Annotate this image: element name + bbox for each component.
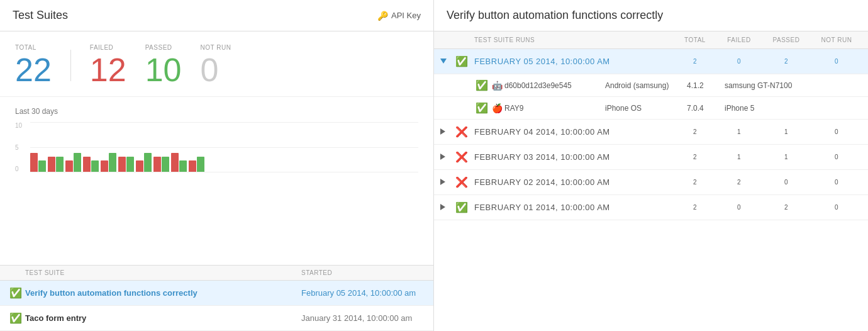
left-header: Test Suites 🔑 API Key <box>0 0 433 31</box>
api-key-button[interactable]: 🔑 API Key <box>377 11 421 21</box>
bar-group-5 <box>118 157 134 172</box>
run-total-1: 2 <box>673 128 717 135</box>
bar-red-6 <box>136 160 143 172</box>
chart-label: Last 30 days <box>15 107 418 116</box>
stat-failed-value: 12 <box>90 53 126 86</box>
run-expand-0[interactable] <box>440 58 455 65</box>
suite-started-link-0[interactable]: February 05 2014, 10:00:00 am <box>301 288 416 298</box>
bar-green-7 <box>162 157 169 172</box>
suite-name-link-0[interactable]: Verify button automation functions corre… <box>25 288 198 298</box>
th-suite-name: TEST SUITE <box>25 269 301 276</box>
chart-section: Last 30 days 10 5 0 <box>0 97 433 265</box>
run-expand-2[interactable] <box>440 154 455 161</box>
bar-red-7 <box>153 157 161 172</box>
triangle-right-icon <box>440 179 445 185</box>
key-icon: 🔑 <box>377 11 388 21</box>
run-name-3[interactable]: February 02 2014, 10:00:00 am <box>474 177 673 187</box>
run-total-4: 2 <box>673 204 717 211</box>
th-icon <box>6 269 25 276</box>
th-started: STARTED <box>301 269 427 276</box>
suite-name-text-1: Taco form entry <box>25 313 86 323</box>
suite-table: TEST SUITE STARTED ✅Verify button automa… <box>0 265 433 331</box>
sub-device-type-icon-0-1: 🍎 <box>489 103 504 113</box>
stat-total: TOTAL 22 <box>15 44 52 86</box>
run-total-2: 2 <box>673 154 717 160</box>
bar-green-1 <box>56 157 64 172</box>
sub-device-id-0-0: d60b0d12d3e9e545 <box>504 81 605 90</box>
run-notrun-4: 0 <box>811 204 862 211</box>
bar-red-2 <box>65 160 73 172</box>
stat-passed-value: 10 <box>145 53 182 86</box>
run-row-4[interactable]: ✅February 01 2014, 10:00:00 am2020 <box>434 195 868 220</box>
suite-row-1[interactable]: ✅Taco form entryJanuary 31 2014, 10:00:0… <box>0 306 433 331</box>
bar-group-9 <box>189 157 204 172</box>
api-key-label: API Key <box>391 11 421 20</box>
bar-green-0 <box>38 160 46 172</box>
bar-red-9 <box>189 160 196 172</box>
suite-table-header: TEST SUITE STARTED <box>0 266 433 281</box>
run-row-0[interactable]: ✅February 05 2014, 10:00:00 am2020 <box>434 49 868 74</box>
sub-status-0-1: ✅ <box>474 102 489 114</box>
stats-row: TOTAL 22 FAILED 12 PASSED 10 NOT RUN 0 <box>0 31 433 97</box>
chart-grid-mid <box>30 147 418 148</box>
right-header: Verify button automation functions corre… <box>434 0 868 31</box>
bar-green-8 <box>179 160 187 172</box>
suite-row-name-1[interactable]: Taco form entry <box>25 313 301 323</box>
run-passed-0: 2 <box>761 58 811 65</box>
run-subrow-0-0: ✅🤖d60b0d12d3e9e545Android (samsung)4.1.2… <box>434 74 868 97</box>
run-name-4[interactable]: February 01 2014, 10:00:00 am <box>474 203 673 212</box>
suite-row-0[interactable]: ✅Verify button automation functions corr… <box>0 281 433 306</box>
run-notrun-1: 0 <box>811 128 862 135</box>
run-fail-icon-2: ❌ <box>455 152 468 162</box>
triangle-right-icon <box>440 128 445 135</box>
page-title: Test Suites <box>13 9 68 22</box>
th-total: TOTAL <box>673 36 717 43</box>
suite-row-status-icon-1: ✅ <box>6 312 25 324</box>
run-notrun-3: 0 <box>811 179 862 186</box>
bar-red-1 <box>48 157 55 172</box>
run-notrun-2: 0 <box>811 154 862 160</box>
run-status-1: ❌ <box>455 126 474 138</box>
chart-grid-top <box>30 122 418 123</box>
run-status-2: ❌ <box>455 151 474 163</box>
run-failed-3: 2 <box>717 179 761 186</box>
run-name-1[interactable]: February 04 2014, 10:00:00 am <box>474 127 673 137</box>
bar-green-5 <box>126 157 134 172</box>
run-row-2[interactable]: ❌February 03 2014, 10:00:00 am2110 <box>434 145 868 170</box>
suite-started-text-1: January 31 2014, 10:00:00 am <box>301 313 412 323</box>
run-expand-1[interactable] <box>440 128 455 136</box>
run-name-2[interactable]: February 03 2014, 10:00:00 am <box>474 152 673 162</box>
sub-version-0-1: 7.0.4 <box>687 104 725 113</box>
suite-row-status-icon-0: ✅ <box>6 287 25 299</box>
triangle-right-icon <box>440 154 445 160</box>
run-failed-2: 1 <box>717 154 761 160</box>
run-status-3: ❌ <box>455 176 474 188</box>
run-row-3[interactable]: ❌February 02 2014, 10:00:00 am2200 <box>434 170 868 195</box>
bar-red-5 <box>118 157 126 172</box>
bar-green-4 <box>109 153 116 172</box>
run-failed-1: 1 <box>717 128 761 135</box>
run-total-3: 2 <box>673 179 717 186</box>
suite-row-started-0: February 05 2014, 10:00:00 am <box>301 288 427 298</box>
run-expand-4[interactable] <box>440 204 455 211</box>
sub-device-id-0-1: RAY9 <box>504 104 605 113</box>
bar-red-8 <box>171 153 179 172</box>
run-status-0: ✅ <box>455 55 474 67</box>
suite-row-name-0[interactable]: Verify button automation functions corre… <box>25 288 301 298</box>
stat-notrun-label: NOT RUN <box>201 44 231 51</box>
sub-success-icon: ✅ <box>476 79 488 91</box>
sub-platform-0-1: iPhone OS <box>605 104 687 113</box>
sub-device-name-0-0: samsung GT-N7100 <box>725 81 792 90</box>
th-runs: TEST SUITE RUNS <box>474 36 673 43</box>
bar-green-6 <box>144 153 152 172</box>
stat-passed: PASSED 10 <box>145 44 182 86</box>
run-fail-icon-3: ❌ <box>455 177 468 188</box>
bar-red-3 <box>83 157 91 172</box>
triangle-right-icon <box>440 204 445 210</box>
run-row-1[interactable]: ❌February 04 2014, 10:00:00 am2110 <box>434 120 868 145</box>
bar-group-2 <box>65 153 81 172</box>
stat-failed: FAILED 12 <box>90 44 126 86</box>
run-name-link-0[interactable]: February 05 2014, 10:00:00 am <box>474 57 610 66</box>
run-name-0[interactable]: February 05 2014, 10:00:00 am <box>474 57 673 66</box>
run-expand-3[interactable] <box>440 179 455 186</box>
